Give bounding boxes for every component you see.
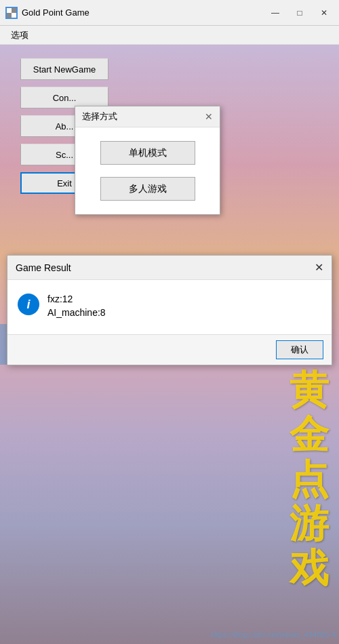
menu-options[interactable]: 选项	[5, 28, 34, 43]
maximize-button[interactable]: □	[290, 5, 309, 20]
chinese-char-5: 戏	[290, 546, 329, 590]
chinese-char-2: 金	[290, 413, 329, 456]
game-background: Start NewGame Con... Ab... Sc... Exit 选择…	[0, 45, 339, 644]
result-dialog-titlebar: Game Result ✕	[7, 256, 332, 280]
svg-rect-1	[12, 13, 16, 18]
result-dialog-body: i fxz:12 AI_machine:8	[7, 280, 332, 334]
result-dialog: Game Result ✕ i fxz:12 AI_machine:8 确认	[7, 255, 332, 365]
confirm-button[interactable]: 确认	[276, 340, 323, 359]
mode-dialog-title: 选择方式	[82, 110, 117, 123]
window-controls: — □ ✕	[266, 5, 334, 20]
mode-dialog: 选择方式 ✕ 单机模式 多人游戏	[75, 106, 220, 215]
result-dialog-close-button[interactable]: ✕	[315, 262, 323, 273]
result-dialog-title: Game Result	[16, 262, 71, 273]
window-title: Gold Point Game	[22, 7, 266, 18]
close-button[interactable]: ✕	[315, 5, 334, 20]
mode-dialog-body: 单机模式 多人游戏	[75, 127, 220, 214]
result-text: fxz:12 AI_machine:8	[47, 294, 106, 318]
start-new-game-button[interactable]: Start NewGame	[20, 58, 108, 80]
chinese-char-1: 黄	[290, 368, 329, 411]
info-icon: i	[18, 294, 39, 315]
chinese-char-3: 点	[290, 458, 329, 501]
menu-bar: 选项	[0, 26, 339, 45]
svg-rect-3	[7, 13, 12, 18]
svg-rect-0	[7, 8, 12, 13]
svg-rect-2	[12, 8, 16, 13]
app-icon	[5, 7, 18, 19]
chinese-char-4: 游	[290, 502, 329, 545]
minimize-button[interactable]: —	[266, 5, 285, 20]
chinese-characters: 黄 金 点 游 戏	[290, 368, 329, 590]
result-line-1: fxz:12	[47, 294, 106, 304]
title-bar: Gold Point Game — □ ✕	[0, 0, 339, 26]
single-mode-button[interactable]: 单机模式	[100, 141, 195, 165]
mode-dialog-titlebar: 选择方式 ✕	[75, 106, 220, 127]
result-dialog-footer: 确认	[7, 334, 332, 365]
multi-mode-button[interactable]: 多人游戏	[100, 177, 195, 201]
watermark: https://blog.csdn.net/weixin_494805 4	[211, 630, 336, 639]
mode-dialog-close-button[interactable]: ✕	[205, 112, 213, 121]
result-line-2: AI_machine:8	[47, 307, 106, 318]
